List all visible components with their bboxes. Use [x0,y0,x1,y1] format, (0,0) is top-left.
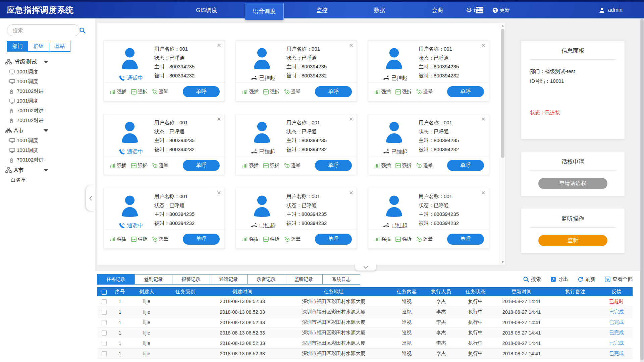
remote-stun-button[interactable]: 遥晕 [284,89,301,95]
scrollbar-thumb[interactable] [501,29,504,158]
nav-item-3[interactable]: 数据 [351,6,409,14]
close-icon[interactable]: × [481,41,485,49]
single-call-button[interactable]: 单呼 [447,160,484,171]
table-row-1[interactable]: 1lijie2018-08-13 08:52:33深圳市福田区彩田村水源大厦巡视… [97,307,633,317]
single-call-button[interactable]: 单呼 [447,86,484,97]
single-call-button[interactable]: 单呼 [183,160,220,171]
sidebar-tab-2[interactable]: 基站 [49,41,70,52]
force-release-button[interactable]: 强拆 [395,236,412,242]
record-tab-0[interactable]: 任务记录 [97,274,135,285]
sidebar-collapse-handle[interactable] [86,185,95,211]
scroll-up-arrow[interactable]: ▲ [500,23,505,28]
page-scrollbar[interactable] [640,18,644,362]
tree-item-0-4[interactable]: 700102对讲 [0,106,95,116]
nav-item-2[interactable]: 监控 [293,6,351,14]
toolbar-viewall-button[interactable]: 查看全部 [605,276,633,283]
remote-stun-button[interactable]: 遥晕 [152,236,168,242]
settings-button[interactable]: 设置 [466,7,484,13]
remote-stun-button[interactable]: 遥晕 [416,163,433,169]
tree-item-1-2[interactable]: 700102对讲 [0,155,95,165]
tree-item-1-1[interactable]: 1001调度 [0,145,95,155]
remote-stun-button[interactable]: 遥晕 [416,89,433,95]
force-insert-button[interactable]: 强插 [374,163,391,169]
close-icon[interactable]: × [217,189,221,197]
nav-item-0[interactable]: GIS调度 [178,6,235,14]
row-checkbox[interactable] [102,330,107,336]
table-row-2[interactable]: 1lijie2018-08-13 08:52:33深圳市福田区彩田村水源大厦巡视… [97,317,633,327]
close-icon[interactable]: × [349,115,353,123]
select-all-checkbox[interactable] [102,290,107,295]
panel-collapse-handle[interactable] [355,264,376,271]
remote-stun-button[interactable]: 遥晕 [152,89,168,95]
row-checkbox[interactable] [102,310,107,315]
remote-stun-button[interactable]: 遥晕 [284,236,301,242]
toolbar-export-button[interactable]: 导出 [550,276,568,283]
remote-stun-button[interactable]: 遥晕 [416,236,433,242]
record-tab-5[interactable]: 监听记录 [285,274,323,285]
force-release-button[interactable]: 强拆 [395,89,412,95]
force-insert-button[interactable]: 强插 [110,163,126,169]
request-talk-right-button[interactable]: 申请话语权 [538,178,607,189]
record-tab-2[interactable]: 报警记录 [172,274,210,285]
tree-group-1[interactable]: A市 [0,125,95,136]
force-release-button[interactable]: 强拆 [395,163,412,169]
toolbar-refresh-button[interactable]: 刷新 [578,276,595,283]
sidebar-tab-1[interactable]: 群组 [28,41,49,52]
table-row-0[interactable]: 1lijie2018-08-13 08:52:33深圳市福田区彩田村水源大厦巡视… [97,296,633,307]
nav-item-1[interactable]: 语音调度 [245,3,284,20]
user-menu[interactable]: admin [599,2,623,18]
force-release-button[interactable]: 强拆 [131,163,147,169]
cell-feedback[interactable]: 已超时 [600,296,633,307]
cell-feedback[interactable]: 已完成 [600,307,633,317]
record-tab-1[interactable]: 签到记录 [135,274,172,285]
row-checkbox[interactable] [102,351,107,356]
force-insert-button[interactable]: 强插 [110,236,126,242]
tree-item-1-0[interactable]: 1001调度 [0,136,95,145]
scroll-down-arrow[interactable]: ▼ [500,259,505,265]
force-release-button[interactable]: 强拆 [263,236,279,242]
single-call-button[interactable]: 单呼 [315,86,352,97]
force-insert-button[interactable]: 强插 [242,163,259,169]
panel-scrollbar[interactable]: ▲ ▼ [500,23,505,265]
close-icon[interactable]: × [481,115,485,123]
listen-button[interactable]: 监听 [538,235,607,246]
caret-down-icon[interactable] [44,61,48,63]
close-icon[interactable]: × [217,115,221,123]
table-row-4[interactable]: 1lijie2018-08-13 08:52:33深圳市福田区彩田村水源大厦巡视… [97,338,633,348]
tree-item-0-2[interactable]: 700102对讲 [0,86,95,96]
tree-item-0-1[interactable]: 1001调度 [0,77,95,86]
cell-feedback[interactable]: 已完成 [600,327,633,338]
single-call-button[interactable]: 单呼 [183,234,220,245]
tree-item-2-0[interactable]: 白名单 [0,175,95,185]
table-row-3[interactable]: 1lijie2018-08-13 08:52:33深圳市福田区彩田村水源大厦巡视… [97,327,633,338]
record-tab-6[interactable]: 系统日志 [322,274,360,285]
single-call-button[interactable]: 单呼 [315,234,352,245]
close-icon[interactable]: × [349,189,353,197]
tree-item-0-0[interactable]: 1001调度 [0,67,95,77]
tree-group-2[interactable]: A市 [0,165,95,175]
force-insert-button[interactable]: 强插 [374,89,391,95]
page-scrollbar-thumb[interactable] [640,19,644,360]
table-row-5[interactable]: 1lijie2018-08-13 08:52:33深圳市福田区彩田村水源大厦巡视… [97,348,633,359]
force-insert-button[interactable]: 强插 [242,89,259,95]
nav-item-4[interactable]: 会商 [409,6,466,14]
row-checkbox[interactable] [102,320,107,325]
row-checkbox[interactable] [102,299,107,304]
close-icon[interactable]: × [349,41,353,49]
force-release-button[interactable]: 强拆 [263,89,279,95]
row-checkbox[interactable] [102,341,107,346]
caret-down-icon[interactable] [44,169,48,172]
force-release-button[interactable]: 强拆 [263,163,279,169]
record-tab-4[interactable]: 录音记录 [247,274,285,285]
single-call-button[interactable]: 单呼 [447,234,484,245]
force-release-button[interactable]: 强拆 [131,236,147,242]
single-call-button[interactable]: 单呼 [315,160,352,171]
close-icon[interactable]: × [217,41,221,49]
close-icon[interactable]: × [481,189,485,197]
toolbar-search-button[interactable]: 搜索 [523,276,541,283]
single-call-button[interactable]: 单呼 [183,86,220,97]
cell-feedback[interactable]: 已完成 [600,348,633,359]
tree-group-0[interactable]: 省级测试 [0,57,95,67]
cell-feedback[interactable]: 已完成 [600,317,633,327]
sidebar-tab-0[interactable]: 部门 [7,41,28,52]
